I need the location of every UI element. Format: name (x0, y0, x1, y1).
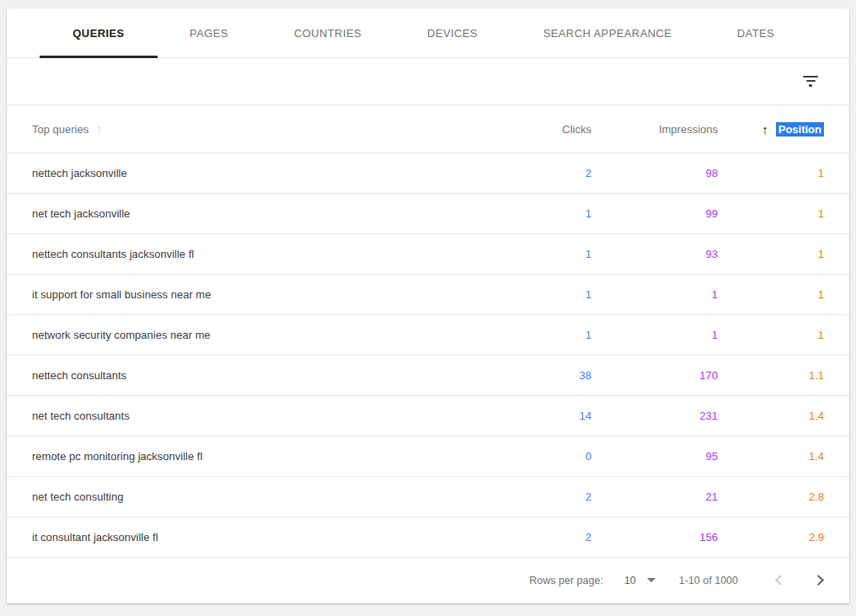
query-cell[interactable]: it support for small business near me (32, 288, 490, 301)
impressions-cell: 231 (591, 410, 718, 422)
rows-per-page-select[interactable]: 10 (624, 575, 655, 587)
dropdown-caret-icon (647, 578, 655, 582)
position-cell: 1 (718, 207, 824, 220)
table-row[interactable]: network security companies near me 1 1 1 (7, 315, 849, 356)
position-cell: 2.9 (718, 531, 824, 544)
clicks-cell: 38 (490, 369, 591, 382)
tab-search-appearance[interactable]: SEARCH APPEARANCE (510, 8, 705, 57)
sort-hover-icon: ↑ (96, 122, 102, 136)
dimension-tabs: QUERIES PAGES COUNTRIES DEVICES SEARCH A… (7, 8, 849, 58)
query-cell[interactable]: network security companies near me (32, 329, 490, 341)
table-row[interactable]: net tech jacksonville 1 99 1 (7, 194, 849, 234)
pagination-bar: Rows per page: 10 1-10 of 1000 (7, 558, 849, 603)
clicks-header[interactable]: Clicks (490, 123, 591, 136)
clicks-cell: 0 (490, 450, 591, 463)
rows-per-page-value: 10 (624, 575, 636, 587)
impressions-cell: 95 (591, 450, 718, 463)
impressions-cell: 170 (591, 369, 718, 382)
position-cell: 1 (718, 248, 824, 260)
position-cell: 1.4 (718, 450, 824, 463)
tab-dates[interactable]: DATES (705, 8, 806, 57)
top-queries-header-label[interactable]: Top queries (32, 123, 88, 136)
impressions-cell: 99 (591, 207, 718, 220)
clicks-cell: 1 (490, 248, 591, 260)
query-cell[interactable]: net tech jacksonville (32, 207, 490, 220)
table-body: nettech jacksonville 2 98 1 net tech jac… (7, 153, 849, 558)
table-row[interactable]: nettech consultants 38 170 1.1 (7, 356, 849, 396)
impressions-header[interactable]: Impressions (591, 123, 718, 136)
table-row[interactable]: net tech consulting 2 21 2.8 (7, 477, 849, 517)
query-cell[interactable]: nettech consultants jacksonville fl (32, 248, 490, 260)
clicks-cell: 2 (490, 531, 591, 544)
table-row[interactable]: nettech jacksonville 2 98 1 (7, 153, 849, 194)
clicks-cell: 14 (490, 410, 591, 422)
position-cell: 2.8 (718, 490, 824, 503)
impressions-cell: 156 (591, 531, 718, 544)
rows-per-page-label: Rows per page: (529, 575, 603, 587)
table-row[interactable]: nettech consultants jacksonville fl 1 93… (7, 234, 849, 275)
clicks-cell: 2 (490, 490, 591, 503)
table-row[interactable]: net tech consultants 14 231 1.4 (7, 396, 849, 437)
tab-devices[interactable]: DEVICES (395, 8, 510, 57)
table-row[interactable]: it support for small business near me 1 … (7, 275, 849, 315)
position-header[interactable]: ↑ Position (718, 122, 824, 137)
impressions-cell: 1 (591, 288, 718, 301)
clicks-cell: 2 (490, 167, 591, 179)
impressions-cell: 1 (591, 329, 718, 341)
impressions-cell: 98 (591, 167, 718, 179)
query-cell[interactable]: nettech jacksonville (32, 167, 490, 179)
impressions-cell: 21 (591, 490, 718, 503)
position-cell: 1 (718, 167, 824, 179)
previous-page-icon[interactable] (775, 575, 786, 586)
next-page-icon[interactable] (813, 575, 824, 586)
position-cell: 1.1 (718, 369, 824, 382)
query-cell[interactable]: net tech consulting (32, 490, 490, 503)
query-cell[interactable]: it consultant jacksonville fl (32, 531, 490, 544)
sort-ascending-icon: ↑ (762, 122, 768, 137)
impressions-cell: 93 (591, 248, 718, 260)
position-cell: 1 (718, 329, 824, 341)
table-row[interactable]: it consultant jacksonville fl 2 156 2.9 (7, 517, 849, 558)
clicks-cell: 1 (490, 288, 591, 301)
position-cell: 1.4 (718, 410, 824, 422)
performance-table-card: QUERIES PAGES COUNTRIES DEVICES SEARCH A… (7, 8, 849, 603)
table-header-row: Top queries↑ Clicks Impressions ↑ Positi… (7, 105, 849, 153)
position-header-label[interactable]: Position (776, 122, 824, 137)
tab-pages[interactable]: PAGES (158, 8, 260, 57)
tab-queries[interactable]: QUERIES (40, 8, 158, 57)
query-cell[interactable]: remote pc monitoring jacksonville fl (32, 450, 490, 463)
clicks-cell: 1 (490, 207, 591, 220)
page-range-label: 1-10 of 1000 (679, 575, 738, 587)
filter-row (7, 58, 849, 105)
filter-list-icon[interactable] (798, 71, 823, 92)
top-queries-header[interactable]: Top queries↑ (32, 122, 490, 136)
clicks-cell: 1 (490, 329, 591, 341)
tab-countries[interactable]: COUNTRIES (260, 8, 395, 57)
position-cell: 1 (718, 288, 824, 301)
query-cell[interactable]: nettech consultants (32, 369, 490, 382)
table-row[interactable]: remote pc monitoring jacksonville fl 0 9… (7, 437, 849, 477)
query-cell[interactable]: net tech consultants (32, 410, 490, 422)
